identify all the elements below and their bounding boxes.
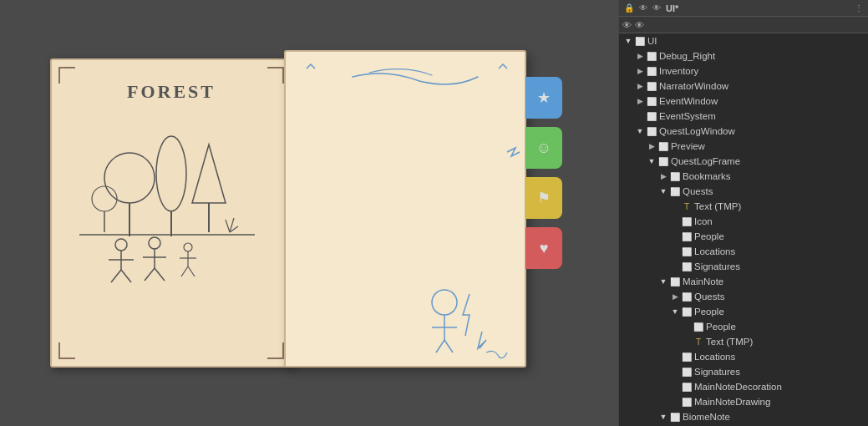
svg-marker-4 <box>192 145 226 203</box>
item-label: MainNoteDrawing <box>694 397 868 407</box>
item-label: Text (TMP) <box>706 337 868 347</box>
lock-icon: 🔒 <box>624 3 634 13</box>
unity-icon: ⬜ <box>634 35 646 47</box>
expand-arrow[interactable]: ▶ <box>669 291 681 302</box>
tree-item-people-1[interactable]: ▶ ⬜ People <box>619 229 868 244</box>
expand-arrow[interactable]: ▼ <box>669 306 681 317</box>
svg-line-18 <box>155 268 165 281</box>
svg-point-0 <box>104 153 155 203</box>
expand-arrow[interactable]: ▼ <box>646 155 657 167</box>
corner-bl <box>58 342 75 359</box>
tree-item-main-note[interactable]: ▼ ⬜ MainNote <box>619 274 868 289</box>
tree-item-people-2[interactable]: ▼ ⬜ People <box>619 304 868 319</box>
svg-point-14 <box>149 237 160 249</box>
expand-arrow[interactable]: ▼ <box>657 276 669 287</box>
tree-item-ui-root[interactable]: ▼ ⬜ UI <box>619 33 868 48</box>
tree-item-people-2a[interactable]: ▶ ⬜ People <box>619 319 868 334</box>
svg-point-6 <box>92 186 117 211</box>
right-page: ★ ☺ ⚑ ♥ <box>284 50 526 368</box>
tab-smile[interactable]: ☺ <box>525 127 562 169</box>
corner-br <box>267 342 284 359</box>
expand-arrow[interactable]: ▼ <box>634 125 646 137</box>
tree-item-locations-2[interactable]: ▶ ⬜ Locations <box>619 349 868 364</box>
eye-visible-icon: 👁 <box>639 3 647 13</box>
prefab-icon: ⬜ <box>681 291 693 302</box>
eye-toolbar-icon[interactable]: 👁 <box>622 20 632 30</box>
tab-star[interactable]: ★ <box>525 77 562 119</box>
tree-item-text-tmp-1[interactable]: ▶ T Text (TMP) <box>619 199 868 214</box>
tab-flag[interactable]: ⚑ <box>525 177 562 219</box>
tree-item-quests-2[interactable]: ▶ ⬜ Quests <box>619 289 868 304</box>
tree-item-debug-right[interactable]: ▶ ⬜ Debug_Right <box>619 48 868 63</box>
expand-arrow[interactable]: ▶ <box>634 95 646 107</box>
tree-item-bookmarks[interactable]: ▶ ⬜ Bookmarks <box>619 169 868 184</box>
expand-arrow[interactable]: ▶ <box>634 50 646 62</box>
svg-line-30 <box>436 340 444 352</box>
tree-item-inventory[interactable]: ▶ ⬜ Inventory <box>619 63 868 79</box>
item-label: BiomeNote <box>683 412 868 422</box>
svg-point-9 <box>115 239 127 251</box>
item-label: Text (TMP) <box>694 201 868 211</box>
item-label: Locations <box>694 246 868 256</box>
svg-line-12 <box>111 270 121 282</box>
gameobj-icon: ⬜ <box>646 110 657 122</box>
item-label: Preview <box>671 141 868 151</box>
eye2-toolbar-icon[interactable]: 👁 <box>635 20 644 30</box>
tree-item-quest-log-frame[interactable]: ▼ ⬜ QuestLogFrame <box>619 154 868 169</box>
item-label: Quests <box>683 186 868 196</box>
item-label: Locations <box>694 352 868 362</box>
tree-item-quest-log-window[interactable]: ▼ ⬜ QuestLogWindow <box>619 124 868 139</box>
hierarchy-panel: 🔒 👁 👁 UI* ⋮ 👁 👁 ▼ ⬜ UI ▶ ⬜ Debug_Right ▶… <box>618 0 868 426</box>
hierarchy-toolbar: 👁 👁 <box>619 17 868 33</box>
gameobj-icon: ⬜ <box>681 216 693 227</box>
prefab-icon: ⬜ <box>646 80 657 92</box>
prefab-icon: ⬜ <box>669 185 681 197</box>
tree-item-event-system[interactable]: ▶ ⬜ EventSystem <box>619 109 868 124</box>
tree-item-event-window[interactable]: ▶ ⬜ EventWindow <box>619 94 868 109</box>
tree-item-locations-1[interactable]: ▶ ⬜ Locations <box>619 244 868 259</box>
tree-item-main-note-deco[interactable]: ▶ ⬜ MainNoteDecoration <box>619 379 868 394</box>
text-icon: T <box>681 200 693 212</box>
svg-line-31 <box>444 340 453 352</box>
gameobj-icon: ⬜ <box>681 246 693 257</box>
expand-arrow[interactable]: ▼ <box>622 35 634 47</box>
item-label: EventWindow <box>659 96 868 106</box>
top-bar-icons: ⋮ <box>855 3 863 13</box>
tree-item-icon-1[interactable]: ▶ ⬜ Icon <box>619 214 868 229</box>
item-label: UI <box>647 36 868 46</box>
tree-item-signatures-1[interactable]: ▶ ⬜ Signatures <box>619 259 868 274</box>
tree-item-quests-1[interactable]: ▼ ⬜ Quests <box>619 184 868 199</box>
item-label: Quests <box>694 292 868 302</box>
prefab-icon: ⬜ <box>646 125 657 137</box>
forest-title: FOREST <box>52 81 291 103</box>
gameobj-icon: ⬜ <box>693 321 704 332</box>
item-label: People <box>706 322 868 332</box>
item-label: People <box>694 231 868 241</box>
svg-line-22 <box>181 266 188 276</box>
corner-tl <box>58 67 75 84</box>
item-label: Signatures <box>694 261 868 271</box>
item-label: EventSystem <box>659 111 868 121</box>
hierarchy-content[interactable]: ▼ ⬜ UI ▶ ⬜ Debug_Right ▶ ⬜ Inventory ▶ ⬜… <box>619 33 868 426</box>
tree-item-text-tmp-2[interactable]: ▶ T Text (TMP) <box>619 334 868 349</box>
left-page: FOREST <box>50 58 292 368</box>
more-icon[interactable]: ⋮ <box>855 3 863 13</box>
expand-arrow[interactable]: ▶ <box>634 80 646 92</box>
tree-item-signatures-2[interactable]: ▶ ⬜ Signatures <box>619 364 868 379</box>
expand-arrow[interactable]: ▶ <box>634 65 646 77</box>
tree-item-main-note-drawing[interactable]: ▶ ⬜ MainNoteDrawing <box>619 394 868 409</box>
expand-arrow[interactable]: ▼ <box>657 411 669 423</box>
tree-item-narrator-window[interactable]: ▶ ⬜ NarratorWindow <box>619 79 868 94</box>
item-label: Icon <box>694 216 868 226</box>
expand-arrow[interactable]: ▶ <box>657 170 669 182</box>
expand-arrow[interactable]: ▼ <box>657 185 669 197</box>
eye2-icon: 👁 <box>652 3 661 13</box>
text-icon: T <box>693 336 704 347</box>
tree-item-preview[interactable]: ▶ ⬜ Preview <box>619 139 868 154</box>
canvas-area: FOREST <box>0 0 618 426</box>
prefab-icon: ⬜ <box>646 95 657 107</box>
tab-heart[interactable]: ♥ <box>525 227 562 269</box>
item-label: Bookmarks <box>683 171 868 181</box>
expand-arrow[interactable]: ▶ <box>646 140 657 152</box>
tree-item-biome-note[interactable]: ▼ ⬜ BiomeNote <box>619 409 868 424</box>
